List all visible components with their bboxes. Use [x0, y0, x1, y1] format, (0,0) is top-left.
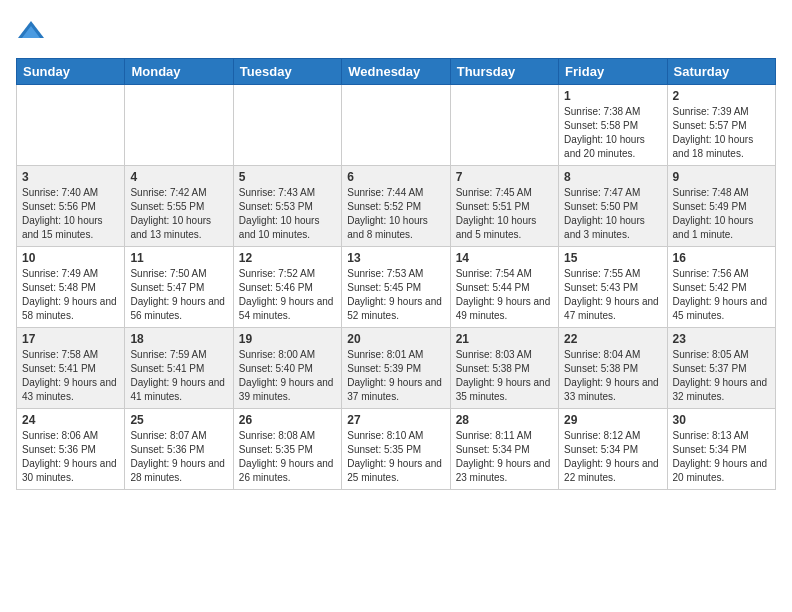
day-info: Sunrise: 8:07 AM Sunset: 5:36 PM Dayligh… [130, 429, 227, 485]
day-number: 2 [673, 89, 770, 103]
day-info: Sunrise: 7:59 AM Sunset: 5:41 PM Dayligh… [130, 348, 227, 404]
day-info: Sunrise: 8:05 AM Sunset: 5:37 PM Dayligh… [673, 348, 770, 404]
weekday-header-wednesday: Wednesday [342, 59, 450, 85]
day-number: 24 [22, 413, 119, 427]
calendar-cell: 30Sunrise: 8:13 AM Sunset: 5:34 PM Dayli… [667, 409, 775, 490]
day-number: 9 [673, 170, 770, 184]
calendar-cell [17, 85, 125, 166]
day-number: 8 [564, 170, 661, 184]
calendar-cell [125, 85, 233, 166]
calendar-cell: 12Sunrise: 7:52 AM Sunset: 5:46 PM Dayli… [233, 247, 341, 328]
day-number: 17 [22, 332, 119, 346]
calendar-cell [233, 85, 341, 166]
weekday-header-saturday: Saturday [667, 59, 775, 85]
calendar-week-row: 24Sunrise: 8:06 AM Sunset: 5:36 PM Dayli… [17, 409, 776, 490]
day-info: Sunrise: 7:38 AM Sunset: 5:58 PM Dayligh… [564, 105, 661, 161]
day-info: Sunrise: 8:06 AM Sunset: 5:36 PM Dayligh… [22, 429, 119, 485]
day-number: 13 [347, 251, 444, 265]
day-info: Sunrise: 7:52 AM Sunset: 5:46 PM Dayligh… [239, 267, 336, 323]
calendar-cell: 11Sunrise: 7:50 AM Sunset: 5:47 PM Dayli… [125, 247, 233, 328]
day-number: 5 [239, 170, 336, 184]
calendar-cell: 21Sunrise: 8:03 AM Sunset: 5:38 PM Dayli… [450, 328, 558, 409]
day-info: Sunrise: 7:58 AM Sunset: 5:41 PM Dayligh… [22, 348, 119, 404]
calendar-table: SundayMondayTuesdayWednesdayThursdayFrid… [16, 58, 776, 490]
weekday-header-tuesday: Tuesday [233, 59, 341, 85]
day-info: Sunrise: 7:43 AM Sunset: 5:53 PM Dayligh… [239, 186, 336, 242]
calendar-cell: 19Sunrise: 8:00 AM Sunset: 5:40 PM Dayli… [233, 328, 341, 409]
calendar-cell: 20Sunrise: 8:01 AM Sunset: 5:39 PM Dayli… [342, 328, 450, 409]
day-info: Sunrise: 7:40 AM Sunset: 5:56 PM Dayligh… [22, 186, 119, 242]
day-info: Sunrise: 8:13 AM Sunset: 5:34 PM Dayligh… [673, 429, 770, 485]
day-number: 22 [564, 332, 661, 346]
day-info: Sunrise: 7:54 AM Sunset: 5:44 PM Dayligh… [456, 267, 553, 323]
day-number: 27 [347, 413, 444, 427]
logo [16, 16, 48, 46]
calendar-cell [450, 85, 558, 166]
day-number: 23 [673, 332, 770, 346]
calendar-cell: 16Sunrise: 7:56 AM Sunset: 5:42 PM Dayli… [667, 247, 775, 328]
calendar-cell: 17Sunrise: 7:58 AM Sunset: 5:41 PM Dayli… [17, 328, 125, 409]
day-number: 16 [673, 251, 770, 265]
calendar-cell: 8Sunrise: 7:47 AM Sunset: 5:50 PM Daylig… [559, 166, 667, 247]
calendar-week-row: 17Sunrise: 7:58 AM Sunset: 5:41 PM Dayli… [17, 328, 776, 409]
day-number: 6 [347, 170, 444, 184]
day-info: Sunrise: 8:12 AM Sunset: 5:34 PM Dayligh… [564, 429, 661, 485]
calendar-cell: 18Sunrise: 7:59 AM Sunset: 5:41 PM Dayli… [125, 328, 233, 409]
day-info: Sunrise: 7:49 AM Sunset: 5:48 PM Dayligh… [22, 267, 119, 323]
day-info: Sunrise: 7:55 AM Sunset: 5:43 PM Dayligh… [564, 267, 661, 323]
calendar-cell: 26Sunrise: 8:08 AM Sunset: 5:35 PM Dayli… [233, 409, 341, 490]
day-number: 10 [22, 251, 119, 265]
calendar-header: SundayMondayTuesdayWednesdayThursdayFrid… [17, 59, 776, 85]
calendar-week-row: 10Sunrise: 7:49 AM Sunset: 5:48 PM Dayli… [17, 247, 776, 328]
day-info: Sunrise: 8:11 AM Sunset: 5:34 PM Dayligh… [456, 429, 553, 485]
calendar-cell: 22Sunrise: 8:04 AM Sunset: 5:38 PM Dayli… [559, 328, 667, 409]
calendar-cell: 6Sunrise: 7:44 AM Sunset: 5:52 PM Daylig… [342, 166, 450, 247]
day-number: 21 [456, 332, 553, 346]
day-info: Sunrise: 8:01 AM Sunset: 5:39 PM Dayligh… [347, 348, 444, 404]
calendar-cell: 1Sunrise: 7:38 AM Sunset: 5:58 PM Daylig… [559, 85, 667, 166]
logo-icon [16, 16, 46, 46]
day-number: 12 [239, 251, 336, 265]
calendar-cell: 28Sunrise: 8:11 AM Sunset: 5:34 PM Dayli… [450, 409, 558, 490]
day-number: 19 [239, 332, 336, 346]
day-info: Sunrise: 7:39 AM Sunset: 5:57 PM Dayligh… [673, 105, 770, 161]
page: SundayMondayTuesdayWednesdayThursdayFrid… [0, 0, 792, 506]
day-info: Sunrise: 8:03 AM Sunset: 5:38 PM Dayligh… [456, 348, 553, 404]
day-info: Sunrise: 7:50 AM Sunset: 5:47 PM Dayligh… [130, 267, 227, 323]
weekday-header-sunday: Sunday [17, 59, 125, 85]
calendar-cell: 14Sunrise: 7:54 AM Sunset: 5:44 PM Dayli… [450, 247, 558, 328]
day-number: 3 [22, 170, 119, 184]
calendar-cell: 9Sunrise: 7:48 AM Sunset: 5:49 PM Daylig… [667, 166, 775, 247]
header [16, 16, 776, 46]
day-number: 7 [456, 170, 553, 184]
day-number: 26 [239, 413, 336, 427]
calendar-cell: 24Sunrise: 8:06 AM Sunset: 5:36 PM Dayli… [17, 409, 125, 490]
day-number: 20 [347, 332, 444, 346]
day-number: 14 [456, 251, 553, 265]
calendar-cell: 7Sunrise: 7:45 AM Sunset: 5:51 PM Daylig… [450, 166, 558, 247]
calendar-cell [342, 85, 450, 166]
day-number: 11 [130, 251, 227, 265]
day-info: Sunrise: 7:47 AM Sunset: 5:50 PM Dayligh… [564, 186, 661, 242]
day-info: Sunrise: 7:44 AM Sunset: 5:52 PM Dayligh… [347, 186, 444, 242]
calendar-cell: 25Sunrise: 8:07 AM Sunset: 5:36 PM Dayli… [125, 409, 233, 490]
day-number: 30 [673, 413, 770, 427]
day-info: Sunrise: 7:56 AM Sunset: 5:42 PM Dayligh… [673, 267, 770, 323]
day-number: 18 [130, 332, 227, 346]
weekday-header-monday: Monday [125, 59, 233, 85]
weekday-header-friday: Friday [559, 59, 667, 85]
calendar-week-row: 3Sunrise: 7:40 AM Sunset: 5:56 PM Daylig… [17, 166, 776, 247]
weekday-header-row: SundayMondayTuesdayWednesdayThursdayFrid… [17, 59, 776, 85]
day-number: 1 [564, 89, 661, 103]
day-number: 25 [130, 413, 227, 427]
day-number: 29 [564, 413, 661, 427]
calendar-cell: 4Sunrise: 7:42 AM Sunset: 5:55 PM Daylig… [125, 166, 233, 247]
calendar-cell: 2Sunrise: 7:39 AM Sunset: 5:57 PM Daylig… [667, 85, 775, 166]
day-info: Sunrise: 8:08 AM Sunset: 5:35 PM Dayligh… [239, 429, 336, 485]
day-info: Sunrise: 7:45 AM Sunset: 5:51 PM Dayligh… [456, 186, 553, 242]
day-info: Sunrise: 8:00 AM Sunset: 5:40 PM Dayligh… [239, 348, 336, 404]
calendar-cell: 5Sunrise: 7:43 AM Sunset: 5:53 PM Daylig… [233, 166, 341, 247]
calendar-cell: 10Sunrise: 7:49 AM Sunset: 5:48 PM Dayli… [17, 247, 125, 328]
calendar-cell: 29Sunrise: 8:12 AM Sunset: 5:34 PM Dayli… [559, 409, 667, 490]
calendar-week-row: 1Sunrise: 7:38 AM Sunset: 5:58 PM Daylig… [17, 85, 776, 166]
